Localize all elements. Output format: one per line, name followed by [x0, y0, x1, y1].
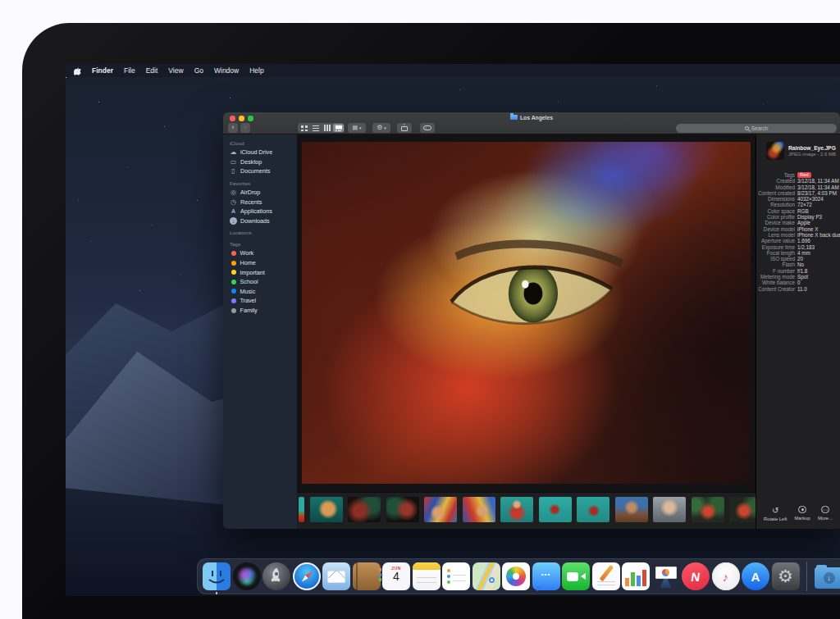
tags-button[interactable] — [420, 123, 435, 133]
photo-thumbnail[interactable] — [653, 497, 686, 522]
menu-item[interactable]: Window — [214, 66, 239, 75]
photo-thumbnail[interactable] — [348, 497, 381, 522]
photo-thumbnail[interactable] — [463, 497, 495, 522]
forward-button[interactable]: › — [240, 123, 250, 133]
folder-icon — [510, 115, 518, 121]
sidebar-item[interactable]: Documents — [223, 166, 297, 176]
metadata-label: Dimensions — [758, 196, 795, 202]
metadata-row: Created 3/12/18, 11:34 AM — [758, 178, 838, 184]
sidebar-item-icon — [230, 148, 237, 156]
menu-item[interactable]: Edit — [146, 66, 158, 75]
dock-itunes-icon[interactable] — [712, 562, 740, 590]
photo-thumbnail[interactable] — [577, 497, 609, 522]
dock-siri-icon[interactable] — [233, 562, 261, 590]
metadata-value: 1.696 — [797, 238, 838, 244]
sidebar-item[interactable]: Desktop — [223, 157, 297, 167]
dock-finder-icon[interactable] — [203, 562, 231, 590]
window-titlebar[interactable]: Los Angeles ‹ › ▤▾ ⚙▾ Search — [223, 112, 840, 134]
sidebar-tag-item[interactable]: Work — [223, 248, 297, 258]
dock-calendar-icon[interactable]: JUN 4 — [382, 562, 410, 590]
tag-color-dot — [231, 298, 236, 303]
photo-thumbnail[interactable] — [310, 497, 343, 522]
dock-keynote-icon[interactable] — [652, 562, 680, 590]
search-field[interactable]: Search — [676, 124, 837, 133]
keynote-chart — [662, 569, 669, 576]
group-by-button[interactable]: ▤▾ — [348, 123, 366, 133]
sidebar-tag-item[interactable]: Family — [223, 306, 297, 316]
dock-messages-icon[interactable] — [532, 562, 560, 590]
sidebar-item[interactable]: Applications — [223, 207, 297, 216]
dock-numbers-icon[interactable] — [622, 562, 650, 590]
column-view-button[interactable] — [322, 124, 332, 132]
quick-action-button[interactable]: Rotate Left — [764, 506, 787, 522]
metadata-row: Color space RGB — [758, 208, 838, 214]
metadata-value: 4 mm — [797, 250, 838, 256]
quick-action-button[interactable]: More... — [818, 506, 833, 522]
menu-item[interactable]: Finder — [92, 66, 113, 75]
dock-downloads-folder-icon[interactable] — [815, 567, 840, 589]
dock-safari-icon[interactable] — [293, 562, 321, 590]
dock-news-icon[interactable] — [682, 562, 710, 590]
list-view-icon — [313, 125, 319, 131]
photo-thumbnail[interactable] — [692, 497, 724, 522]
sidebar-favorites-items: AirDrop Recents Applications Downloads — [223, 188, 297, 225]
photo-thumbnail[interactable] — [615, 497, 648, 522]
menu-item[interactable]: File — [124, 66, 135, 75]
dock-app-store-icon[interactable] — [742, 562, 769, 590]
photo-thumbnail[interactable] — [500, 497, 533, 522]
window-body: iCloud iCloud Drive Desktop Documents Fa… — [223, 134, 840, 529]
quick-action-button[interactable]: Markup — [794, 506, 810, 522]
tag-label: Important — [240, 269, 265, 276]
menu-item[interactable]: View — [168, 66, 183, 75]
menu-item[interactable]: Go — [194, 66, 203, 75]
photo-thumbnail[interactable] — [386, 497, 419, 522]
dock-photos-icon[interactable] — [502, 562, 530, 590]
dock-system-preferences-icon[interactable] — [772, 562, 800, 590]
search-icon — [745, 126, 749, 130]
display-bezel: FinderFileEditViewGoWindowHelp Los Angel… — [22, 23, 840, 619]
metadata-row: Dimensions 4032×3024 — [758, 196, 838, 202]
metadata-label: Aperture value — [758, 238, 795, 244]
sidebar-item[interactable]: Recents — [223, 197, 297, 207]
sidebar-tag-item[interactable]: Important — [223, 267, 297, 277]
list-view-button[interactable] — [310, 124, 321, 132]
sidebar-tag-item[interactable]: School — [223, 277, 297, 287]
sidebar-tag-item[interactable]: Music — [223, 287, 297, 297]
sidebar-item[interactable]: AirDrop — [223, 188, 297, 198]
share-button[interactable] — [397, 123, 412, 133]
sidebar-tag-item[interactable]: Travel — [223, 296, 297, 306]
dock-contacts-icon[interactable] — [353, 562, 381, 590]
dock-mail-icon[interactable] — [322, 562, 350, 590]
metadata-label: Modified — [758, 184, 795, 190]
dock-reminders-icon[interactable] — [442, 562, 470, 590]
action-menu-button[interactable]: ⚙▾ — [372, 123, 390, 133]
metadata-label: Color space — [758, 208, 795, 214]
photo-thumbnail[interactable] — [299, 497, 304, 522]
calendar-day: 4 — [393, 571, 399, 583]
metadata-value: 4032×3024 — [797, 196, 838, 202]
apple-menu-icon[interactable] — [74, 66, 81, 75]
sidebar-tag-item[interactable]: Home — [223, 258, 297, 268]
sidebar-item-label: Downloads — [240, 217, 270, 225]
file-thumbnail[interactable] — [766, 142, 784, 160]
sidebar-tag-items: Work Home Important School Music — [223, 248, 297, 315]
metadata-label: Created — [758, 178, 795, 184]
dock-maps-icon[interactable] — [472, 562, 500, 590]
gallery-view-button[interactable] — [333, 124, 344, 132]
sidebar-item[interactable]: Downloads — [223, 216, 297, 226]
metadata-row: Focal length 4 mm — [758, 250, 838, 256]
photo-thumbnail[interactable] — [539, 497, 572, 522]
selected-photo-preview[interactable] — [302, 142, 751, 484]
dock-notes-icon[interactable] — [413, 562, 441, 590]
dock-pages-icon[interactable] — [592, 562, 620, 590]
sidebar-item[interactable]: iCloud Drive — [223, 148, 297, 157]
menu-item[interactable]: Help — [249, 66, 263, 75]
dock-launchpad-icon[interactable] — [262, 562, 290, 590]
tag-color-dot — [231, 308, 236, 313]
file-info: JPEG image - 2.6 MB — [788, 152, 836, 157]
photo-thumbnail[interactable] — [424, 497, 457, 522]
photo-thumbnail[interactable] — [729, 497, 756, 522]
dock-facetime-icon[interactable] — [562, 562, 590, 590]
icon-view-button[interactable] — [299, 124, 309, 132]
back-button[interactable]: ‹ — [228, 123, 238, 133]
